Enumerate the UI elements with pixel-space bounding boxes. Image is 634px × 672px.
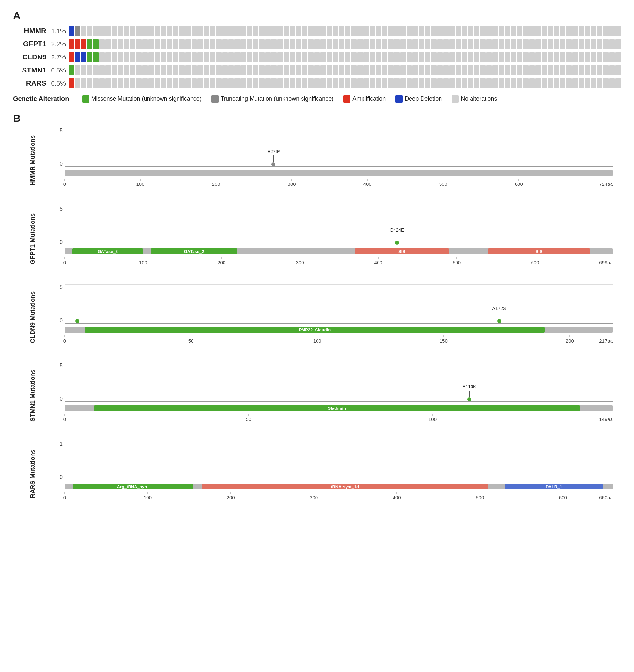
track-cell	[517, 26, 522, 36]
track-cell	[296, 78, 301, 88]
track-cell	[148, 26, 154, 36]
track-cell	[155, 65, 160, 75]
track-cell	[308, 78, 314, 88]
domain-bar-area: Arg_tRNA_syn..tRNA-synt_1dDALR_1	[65, 482, 613, 491]
track-cell	[161, 39, 166, 49]
gene-label-hmmr: HMMR	[13, 27, 49, 35]
track-cell	[142, 52, 148, 62]
track-cell	[474, 52, 480, 62]
y-zero-label: 0	[60, 239, 63, 245]
x-tick-label: 100	[313, 338, 321, 344]
track-cell	[271, 26, 277, 36]
track-cell	[370, 26, 375, 36]
track-cell	[591, 65, 596, 75]
track-cell	[375, 52, 381, 62]
domain-segment: DALR_1	[505, 484, 603, 489]
lollipop-dot	[271, 162, 275, 166]
track-cell	[210, 39, 215, 49]
track-cell	[222, 65, 228, 75]
track-cell	[216, 26, 222, 36]
track-cell	[155, 52, 160, 62]
track-cell	[105, 39, 111, 49]
track-cell	[603, 65, 609, 75]
track-cell	[535, 78, 541, 88]
track-cell	[112, 39, 117, 49]
track-cell	[585, 39, 590, 49]
domain-segment: tRNA-synt_1d	[202, 484, 488, 489]
track-cell	[511, 52, 516, 62]
track-cell	[412, 65, 418, 75]
track-cell	[155, 26, 160, 36]
track-cell	[394, 78, 400, 88]
track-cell	[333, 39, 338, 49]
x-tick-line	[432, 414, 433, 416]
track-cell	[185, 78, 191, 88]
track-cell	[105, 65, 111, 75]
x-tick-label: 0	[63, 416, 66, 422]
track-cell	[554, 65, 559, 75]
track-cell	[480, 39, 486, 49]
track-cell	[161, 65, 166, 75]
track-cell	[81, 65, 87, 75]
track-cell	[81, 39, 87, 49]
track-cell	[197, 78, 203, 88]
x-tick-label: 200	[566, 338, 574, 344]
track-cell	[179, 78, 185, 88]
y-axis-numbers: 50	[52, 128, 63, 167]
track-cell	[394, 26, 400, 36]
track-cell	[314, 52, 320, 62]
track-cell	[333, 52, 338, 62]
track-cell	[382, 65, 387, 75]
track-cell	[339, 26, 344, 36]
track-cell	[517, 78, 522, 88]
track-cell	[197, 52, 203, 62]
lollipop-stem	[77, 305, 78, 319]
track-cell	[99, 65, 105, 75]
track-cell	[425, 39, 431, 49]
track-cell	[382, 52, 387, 62]
track-cell	[498, 78, 504, 88]
track-cell	[271, 78, 277, 88]
track-cell	[284, 39, 289, 49]
pct-label-rars: 0.5%	[49, 80, 69, 87]
track-cell	[259, 65, 265, 75]
scatter-area: D424E	[65, 206, 613, 245]
track-cell	[400, 78, 406, 88]
track-cell	[591, 26, 596, 36]
track-cell	[142, 39, 148, 49]
x-tick-label: 100	[429, 416, 437, 422]
track-cell	[136, 39, 142, 49]
gene-label-rars: RARS	[13, 79, 49, 88]
track-cell	[560, 39, 565, 49]
track-cell	[603, 26, 609, 36]
y-label-container: CLDN9 Mutations	[13, 284, 52, 350]
track-cell	[443, 65, 449, 75]
track-cell	[277, 52, 283, 62]
track-cell	[572, 52, 578, 62]
x-end-label: 149aa	[599, 416, 613, 422]
track-cell	[296, 52, 301, 62]
y-label-container: STMN1 Mutations	[13, 363, 52, 428]
track-cell	[142, 78, 148, 88]
track-cell	[314, 65, 320, 75]
track-cell	[216, 78, 222, 88]
track-cell	[320, 26, 326, 36]
track-cell	[456, 65, 461, 75]
track-cell	[609, 52, 615, 62]
track-cell	[364, 26, 369, 36]
track-cell	[535, 52, 541, 62]
track-cell	[400, 26, 406, 36]
mutation-lollipop: E276*	[271, 156, 275, 166]
oncoprint-row-rars: RARS0.5%	[13, 77, 621, 89]
track-cell	[112, 78, 117, 88]
track-cell	[615, 26, 621, 36]
track-cell	[136, 52, 142, 62]
track-cell	[105, 26, 111, 36]
x-tick-label: 600	[515, 181, 523, 187]
track-cell	[81, 26, 87, 36]
track-cell	[197, 39, 203, 49]
track-cell	[456, 39, 461, 49]
track-cell	[431, 26, 437, 36]
y-label-container: GFPT1 Mutations	[13, 206, 52, 271]
y-max-label: 5	[60, 284, 63, 290]
